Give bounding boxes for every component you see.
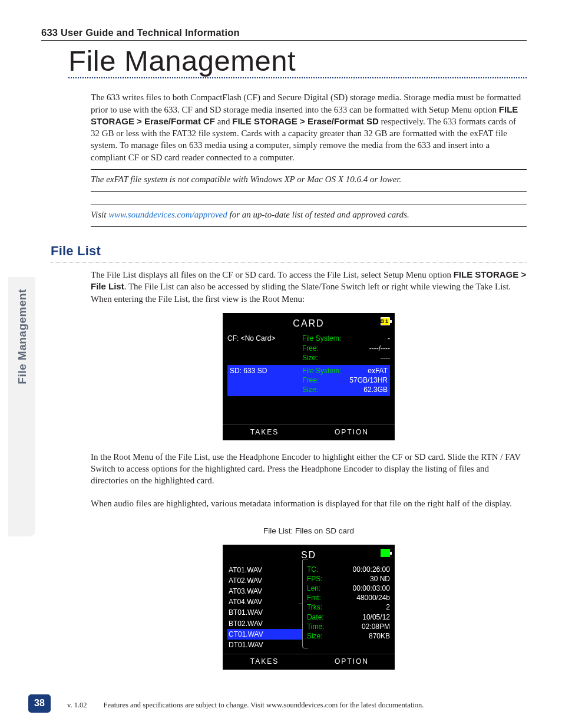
chapter-title: File Management — [68, 46, 527, 78]
metadata-row: TC:00:00:26:00 — [307, 565, 390, 574]
metadata-row: Date:10/05/12 — [307, 612, 390, 622]
battery-label: B1 — [380, 318, 389, 325]
side-tab-label: File Management — [15, 289, 30, 384]
section-heading-file-list: File List — [51, 242, 527, 260]
card-entry-sd-selected: SD: 633 SD File System:exFAT Free:57GB/1… — [227, 365, 390, 396]
file-list-intro: The File List displays all files on the … — [91, 269, 527, 305]
menu-path-format-sd: FILE STORAGE > Erase/Format SD — [232, 116, 379, 126]
divider — [91, 226, 527, 227]
card-entry-cf: CF: <No Card> File System:- Free:----/--… — [227, 331, 390, 365]
bracket-icon — [302, 559, 308, 648]
file-entry: AT02.WAV — [227, 575, 302, 586]
intro-paragraph: The 633 writes files to both CompactFlas… — [91, 91, 527, 163]
lcd-footer: TAKES OPTION — [223, 424, 395, 440]
file-metadata-column: TC:00:00:26:00FPS:30 NDLen:00:00:03:00Fm… — [302, 565, 390, 651]
file-entry: BT02.WAV — [227, 618, 302, 629]
page-footer: v. 1.02Features and specifications are s… — [67, 700, 527, 710]
note-approved-cards: Visit www.sounddevices.com/approved for … — [91, 209, 527, 220]
divider — [91, 169, 527, 170]
page-number-badge: 38 — [28, 694, 51, 713]
lcd-footer-takes: TAKES — [223, 425, 309, 440]
file-entry: AT01.WAV — [227, 565, 302, 575]
root-menu-explain: In the Root Menu of the File List, use t… — [91, 451, 527, 487]
section-underline — [51, 262, 527, 263]
file-entry: AT03.WAV — [227, 586, 302, 597]
lcd-footer: TAKES OPTION — [223, 654, 395, 670]
side-tab: File Management — [8, 277, 35, 536]
metadata-row: Trks:2 — [307, 602, 390, 612]
metadata-row: Size:870KB — [307, 631, 390, 641]
lcd-body: CF: <No Card> File System:- Free:----/--… — [223, 331, 395, 424]
metadata-row: Len:00:00:03:00 — [307, 584, 390, 593]
lcd-footer-takes: TAKES — [223, 654, 309, 670]
file-list-body: The File List displays all files on the … — [91, 269, 527, 670]
body-text: The 633 writes files to both CompactFlas… — [91, 91, 527, 227]
file-entry: AT04.WAV — [227, 597, 302, 607]
battery-icon — [381, 549, 390, 557]
divider — [91, 191, 527, 192]
page-content: File Management The 633 writes files to … — [41, 46, 527, 680]
file-entry: CT01.WAV — [227, 629, 302, 640]
file-entry: DT01.WAV — [227, 640, 302, 650]
page-header: 633 User Guide and Technical Information — [41, 26, 527, 41]
lcd-footer-option: OPTION — [309, 425, 395, 440]
lcd-title: SD — [223, 545, 395, 564]
approved-cards-link[interactable]: www.sounddevices.com/approved — [108, 210, 227, 219]
metadata-row: FPS:30 ND — [307, 574, 390, 584]
lcd-title: CARD B1 — [223, 313, 395, 332]
file-list-column: AT01.WAVAT02.WAVAT03.WAVAT04.WAVBT01.WAV… — [227, 565, 302, 651]
lcd-caption: File List: Files on SD card — [91, 526, 527, 536]
note-exfat: The exFAT file system is not compatible … — [91, 173, 527, 185]
lcd-sd-file-list: SD AT01.WAVAT02.WAVAT03.WAVAT04.WAVBT01.… — [223, 545, 395, 670]
metadata-row: Fmt:48000/24b — [307, 593, 390, 602]
lcd-footer-option: OPTION — [309, 654, 395, 670]
divider — [91, 205, 527, 205]
lcd-body: AT01.WAVAT02.WAVAT03.WAVAT04.WAVBT01.WAV… — [223, 564, 395, 654]
file-entry: BT01.WAV — [227, 607, 302, 618]
metadata-explain: When audio files are highlighted, variou… — [91, 498, 527, 509]
lcd-card-root: CARD B1 CF: <No Card> File System:- Free… — [223, 313, 395, 440]
metadata-row: Time:02:08PM — [307, 622, 390, 631]
